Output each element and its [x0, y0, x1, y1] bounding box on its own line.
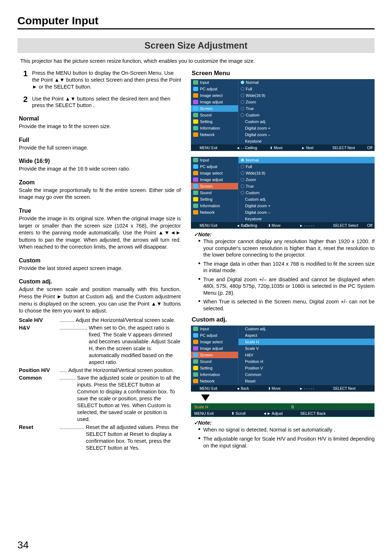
note-item: This projector cannot display any resolu…	[198, 238, 375, 258]
mode-full-h: Full	[19, 137, 181, 143]
mode-custom-h: Custom	[19, 257, 181, 264]
step-text: Press the MENU button to display the On-…	[32, 70, 182, 90]
subsection-title: Screen Size Adjustment	[17, 38, 375, 53]
step-2: 2 Use the Point ▲▼ buttons select the de…	[23, 95, 182, 109]
page-title: Computer Input	[17, 15, 375, 29]
page-number: 34	[17, 539, 29, 551]
note2-list: When no signal is detected, Normal is se…	[191, 426, 375, 449]
note-item: When no signal is detected, Normal is se…	[198, 426, 375, 433]
screen-menu-heading: Screen Menu	[192, 70, 375, 77]
note-item: When True is selected in the Screen menu…	[198, 298, 375, 312]
step-text: Use the Point ▲▼ buttons select the desi…	[32, 95, 182, 109]
mode-true-h: True	[19, 208, 181, 214]
intro-text: This projector has the picture screen re…	[20, 58, 372, 64]
mode-wide-t: Provide the image at the 16:9 wide scree…	[19, 165, 181, 173]
note1-list: This projector cannot display any resolu…	[191, 238, 375, 312]
mode-customadj-h: Custom adj.	[19, 278, 181, 285]
def-scalehv: Scale H/V.......... Adjust the Horizonta…	[19, 317, 181, 324]
def-poshv: Position H/V..... Adjust the Horizontal/…	[19, 367, 181, 374]
mode-true-t: Provide the image in its original size. …	[19, 215, 181, 251]
arrow-marker-icon	[201, 394, 210, 401]
mode-normal-h: Normal	[19, 115, 181, 122]
def-common: Common........... Save the adjusted scal…	[19, 375, 181, 423]
note-item: The image data in other than 1024 x 768 …	[198, 261, 375, 274]
note2-heading: ✓Note:	[194, 420, 375, 426]
note-item: The adjustable range for Scale H/V and P…	[198, 436, 375, 449]
mode-zoom-h: Zoom	[19, 179, 181, 186]
scale-h-bar: Scale H 0 MENU Exit⬍ Scroll ◄► AdjustSEL…	[191, 403, 375, 417]
step-number: 1	[23, 70, 28, 90]
mode-full-t: Provide the full screen image.	[19, 144, 181, 152]
step-1: 1 Press the MENU button to display the O…	[23, 70, 182, 90]
mode-customadj-t: Adjust the screen scale and position man…	[19, 286, 181, 314]
def-hv: H&V................... When set to On, t…	[19, 324, 181, 366]
osd-menu-2: Input PC adjust Image select Image adjus…	[191, 157, 375, 229]
mode-normal-t: Provide the image to fit the screen size…	[19, 123, 181, 130]
right-column: Screen Menu Input PC adjust Image select…	[191, 70, 375, 452]
mode-wide-h: Wide (16:9)	[19, 158, 181, 164]
osd-menu-1: Input PC adjust Image select Image adjus…	[191, 79, 375, 151]
note-item: True and Digital zoom +/– are disabled a…	[198, 276, 375, 297]
osd-menu-3: Input PC adjust Image select Image adjus…	[191, 326, 375, 392]
step-number: 2	[23, 95, 28, 109]
mode-custom-t: Provide the last stored aspect screen im…	[19, 265, 181, 272]
customadj-heading: Custom adj.	[192, 316, 375, 323]
def-reset: Reset................. Reset the all adj…	[19, 424, 181, 452]
mode-zoom-t: Scale the image proportionally to fit th…	[19, 187, 181, 201]
left-column: 1 Press the MENU button to display the O…	[17, 70, 182, 452]
